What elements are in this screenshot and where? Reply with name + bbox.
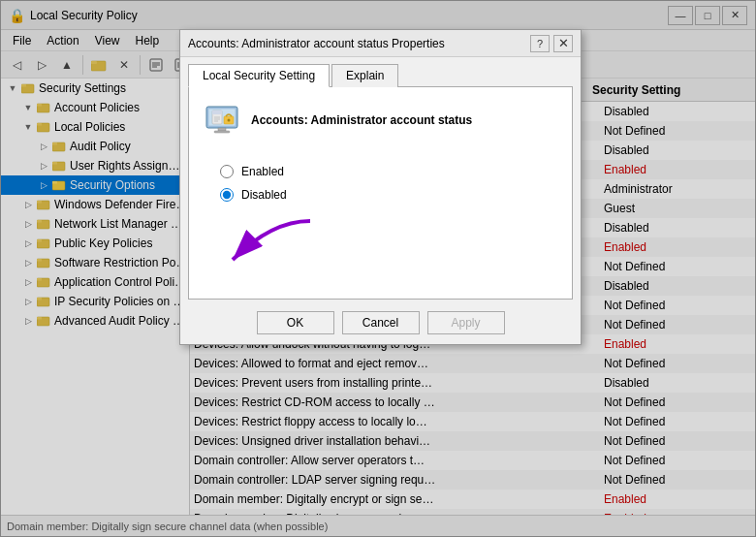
radio-disabled[interactable] [220, 188, 234, 202]
dialog-content: Accounts: Administrator account status E… [188, 86, 573, 300]
dialog-help-button[interactable]: ? [530, 35, 550, 52]
svg-rect-46 [214, 131, 230, 133]
radio-row-disabled: Disabled [220, 188, 541, 202]
svg-point-44 [228, 119, 231, 122]
apply-button[interactable]: Apply [427, 311, 505, 334]
dialog-close-button[interactable]: ✕ [553, 35, 573, 52]
radio-row-enabled: Enabled [220, 165, 541, 178]
tab-local-security-setting[interactable]: Local Security Setting [188, 64, 330, 87]
svg-rect-39 [212, 111, 222, 114]
radio-enabled[interactable] [220, 165, 234, 178]
policy-header: Accounts: Administrator account status [205, 103, 556, 138]
policy-title: Accounts: Administrator account status [251, 113, 472, 127]
dialog-title: Accounts: Administrator account status P… [188, 37, 530, 50]
radio-enabled-label: Enabled [241, 165, 284, 178]
properties-dialog: Accounts: Administrator account status P… [179, 29, 582, 345]
tab-explain[interactable]: Explain [331, 64, 398, 87]
dialog-title-bar: Accounts: Administrator account status P… [180, 30, 581, 57]
policy-icon [205, 103, 239, 138]
cancel-button[interactable]: Cancel [342, 311, 420, 334]
radio-group: Enabled Disabled [205, 157, 556, 209]
svg-rect-45 [218, 128, 226, 131]
radio-disabled-label: Disabled [241, 188, 287, 202]
modal-overlay: Accounts: Administrator account status P… [0, 0, 756, 537]
ok-button[interactable]: OK [257, 311, 334, 334]
dialog-controls: ? ✕ [530, 35, 573, 52]
dialog-footer: OK Cancel Apply [180, 300, 581, 344]
dialog-tabs: Local Security Setting Explain [180, 57, 581, 86]
